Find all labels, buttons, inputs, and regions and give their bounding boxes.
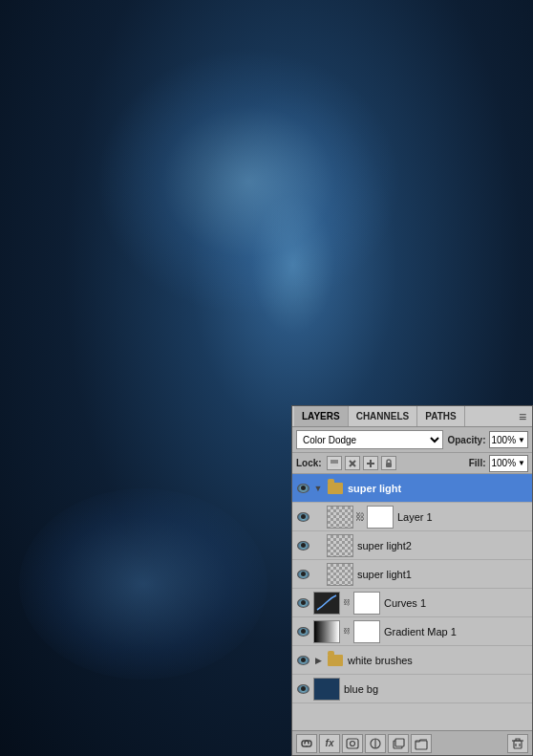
layer-visibility-toggle[interactable] <box>294 594 311 612</box>
layer-expand-toggle[interactable]: ▼ <box>311 482 325 495</box>
layers-panel: LAYERS CHANNELS PATHS ≡ Color Dodge Norm… <box>291 405 533 756</box>
panel-menu-icon[interactable]: ≡ <box>515 409 530 424</box>
svg-rect-0 <box>330 460 334 464</box>
layer-item[interactable]: super light2 <box>292 531 532 560</box>
tab-paths[interactable]: PATHS <box>417 406 464 426</box>
layer-visibility-toggle[interactable] <box>294 566 311 583</box>
layer-thumbnail <box>313 592 340 615</box>
layer-visibility-toggle[interactable] <box>294 652 311 669</box>
layer-mask-thumbnail <box>353 592 380 615</box>
new-group-button[interactable] <box>411 734 432 753</box>
panel-tabs: LAYERS CHANNELS PATHS ≡ <box>292 406 532 427</box>
tab-channels[interactable]: CHANNELS <box>349 406 418 426</box>
layers-list[interactable]: ▼ super light ⛓ Layer 1 <box>292 474 532 730</box>
layer-mask-thumbnail <box>367 506 394 529</box>
lock-transparent-btn[interactable] <box>327 456 342 470</box>
layer-thumbnail <box>327 506 353 529</box>
svg-point-11 <box>351 741 355 745</box>
layer-item[interactable]: ▶ white brushes <box>292 646 532 675</box>
layer-name: white brushes <box>346 655 530 666</box>
blend-mode-select[interactable]: Color Dodge Normal Multiply Screen Overl… <box>296 430 443 449</box>
svg-rect-3 <box>334 460 338 464</box>
layer-name: super light1 <box>355 569 530 580</box>
layer-visibility-toggle[interactable] <box>294 680 311 698</box>
layer-link-icon: ⛓ <box>355 511 365 522</box>
adjustment-layer-button[interactable] <box>365 734 386 753</box>
svg-rect-14 <box>395 739 404 746</box>
layer-visibility-toggle[interactable] <box>294 537 311 554</box>
layer-expand-toggle[interactable]: ▶ <box>311 654 325 667</box>
layer-name: super light <box>346 483 530 494</box>
layer-item[interactable]: ⛓ Layer 1 <box>292 503 532 531</box>
layer-item[interactable]: blue bg <box>292 675 532 703</box>
svg-rect-8 <box>386 463 392 467</box>
layer-visibility-toggle[interactable] <box>294 480 311 497</box>
fill-input[interactable]: 100% ▼ <box>489 455 529 472</box>
layer-link-icon: ⛓ <box>342 598 352 607</box>
blend-mode-row: Color Dodge Normal Multiply Screen Overl… <box>292 427 532 453</box>
layer-name: blue bg <box>342 683 530 695</box>
layer-fx-button[interactable]: fx <box>319 734 340 753</box>
fill-arrow: ▼ <box>518 459 525 467</box>
layer-thumbnail <box>313 678 340 701</box>
tab-layers[interactable]: LAYERS <box>294 406 349 426</box>
fill-section: Fill: 100% ▼ <box>469 455 528 472</box>
lock-label: Lock: <box>296 458 322 468</box>
layer-name: Gradient Map 1 <box>382 626 530 637</box>
panel-bottom-toolbar: fx <box>292 730 532 755</box>
opacity-input[interactable]: 100% ▼ <box>489 431 529 448</box>
delete-layer-button[interactable] <box>507 734 528 753</box>
layer-item[interactable]: ▼ super light <box>292 474 532 503</box>
folder-icon <box>327 481 344 496</box>
layer-thumbnail <box>313 620 340 643</box>
lock-all-btn[interactable] <box>381 456 396 470</box>
folder-icon <box>327 653 344 668</box>
layer-name: Layer 1 <box>395 511 530 523</box>
svg-rect-1 <box>334 464 338 467</box>
new-layer-button[interactable] <box>388 734 409 753</box>
link-layers-button[interactable] <box>296 734 317 753</box>
svg-rect-10 <box>347 739 358 748</box>
layer-name: Curves 1 <box>382 597 530 609</box>
layer-link-icon: ⛓ <box>342 627 352 636</box>
layer-item[interactable]: super light1 <box>292 560 532 589</box>
blend-mode-wrapper: Color Dodge Normal Multiply Screen Overl… <box>296 430 443 449</box>
layer-mask-thumbnail <box>353 620 380 643</box>
lock-image-btn[interactable] <box>345 456 360 470</box>
layer-name: super light2 <box>355 540 530 551</box>
layer-visibility-toggle[interactable] <box>294 623 311 640</box>
svg-rect-2 <box>330 464 334 467</box>
layer-thumbnail <box>327 534 353 557</box>
layer-thumbnail <box>327 563 353 586</box>
layer-item[interactable]: ⛓ Curves 1 <box>292 589 532 617</box>
lock-position-btn[interactable] <box>363 456 378 470</box>
layer-item[interactable]: ⛓ Gradient Map 1 <box>292 617 532 646</box>
opacity-row: Opacity: 100% ▼ <box>447 431 528 448</box>
opacity-arrow: ▼ <box>518 436 525 444</box>
lock-row: Lock: Fill: 100% ▼ <box>292 453 532 474</box>
add-mask-button[interactable] <box>342 734 363 753</box>
opacity-label: Opacity: <box>447 435 485 445</box>
svg-rect-16 <box>514 741 522 748</box>
fill-label: Fill: <box>469 458 486 468</box>
layer-visibility-toggle[interactable] <box>294 508 311 526</box>
